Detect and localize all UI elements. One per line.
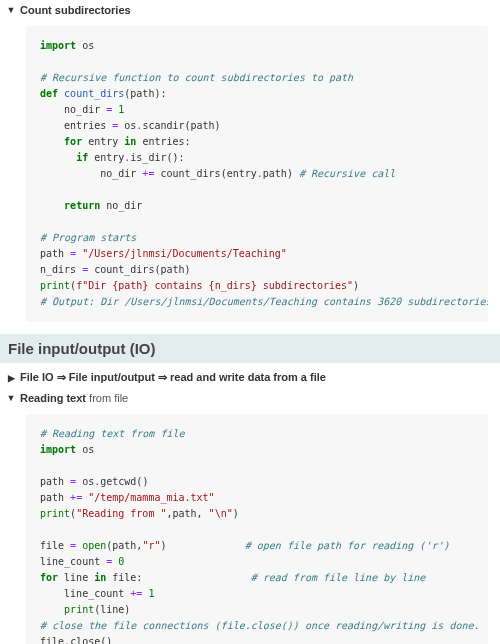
- heading-file-io-definition[interactable]: ▶ File IO ⇒ File input/output ⇒ read and…: [0, 367, 500, 388]
- heading-file-io: File input/output (IO): [0, 334, 500, 363]
- code-cell-reading-text: # Reading text from file import os path …: [26, 414, 488, 644]
- triangle-down-icon: ▼: [6, 393, 16, 403]
- heading-text: Reading text from file: [20, 392, 128, 404]
- triangle-right-icon: ▶: [6, 373, 16, 383]
- triangle-down-icon: ▼: [6, 5, 16, 15]
- code-cell-count-subdirectories: import os # Recursive function to count …: [26, 26, 488, 322]
- heading-count-subdirectories[interactable]: ▼ Count subdirectories: [0, 0, 500, 20]
- heading-text: File IO ⇒ File input/output ⇒ read and w…: [20, 371, 326, 384]
- heading-reading-text[interactable]: ▼ Reading text from file: [0, 388, 500, 408]
- heading-text: Count subdirectories: [20, 4, 131, 16]
